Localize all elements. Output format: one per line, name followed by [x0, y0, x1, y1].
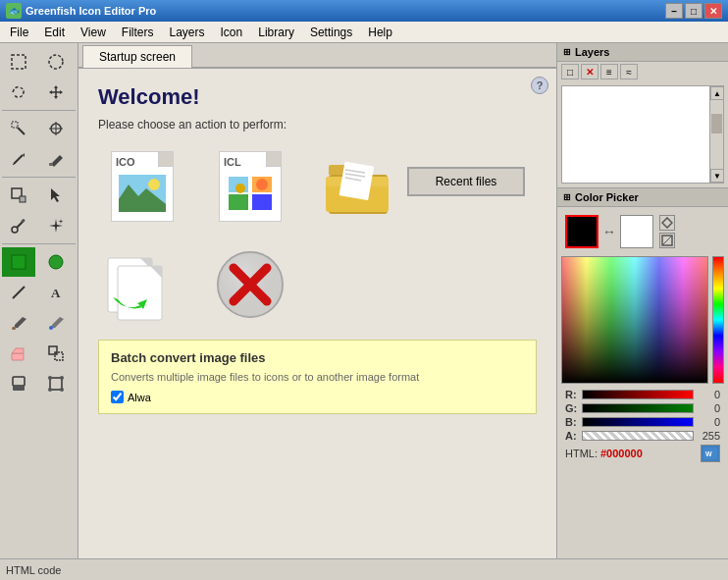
color-picker-header[interactable]: ⊞ Color Picker [557, 188, 728, 207]
swatch-btn-1[interactable] [659, 215, 675, 231]
icl-file-icon: ICL [219, 151, 282, 222]
action-close[interactable] [206, 245, 294, 324]
app-icon: 🐟 [6, 3, 22, 19]
tool-crosshair[interactable] [39, 114, 73, 143]
layers-new-btn[interactable]: □ [561, 64, 579, 79]
batch-info: Batch convert image files Converts multi… [98, 340, 537, 414]
scroll-down-arrow[interactable]: ▼ [710, 169, 724, 183]
tool-transform[interactable] [2, 181, 35, 210]
html-picker-btn[interactable]: W [701, 445, 720, 462]
tool-lasso[interactable] [2, 78, 35, 107]
action-new-ico[interactable]: ICO [98, 147, 186, 226]
foreground-swatch[interactable] [565, 215, 598, 248]
layers-delete-btn[interactable]: ✕ [581, 64, 598, 79]
tool-fill[interactable] [39, 144, 73, 174]
menu-icon[interactable]: Icon [213, 24, 251, 41]
alpha-slider[interactable] [582, 431, 694, 441]
menu-layers[interactable]: Layers [162, 24, 213, 41]
color-gradient[interactable] [561, 256, 708, 384]
right-panel: ⊞ Layers □ ✕ ≡ ≈ ▲ ▼ ⊞ Color Picker [556, 43, 728, 558]
icl-image [227, 174, 274, 213]
tool-magic-wand[interactable] [2, 114, 35, 143]
action-open-folder[interactable] [314, 147, 402, 226]
tool-transform2[interactable] [39, 369, 73, 398]
color-picker-expand-icon: ⊞ [563, 192, 571, 202]
layers-merge-btn[interactable]: ≡ [600, 64, 618, 79]
menu-view[interactable]: View [73, 24, 114, 41]
batch-checkbox-row: Alwa [111, 391, 524, 403]
help-icon[interactable]: ? [531, 77, 548, 94]
red-value: 0 [697, 389, 720, 400]
tool-pointer[interactable] [39, 181, 73, 210]
green-value: 0 [697, 402, 720, 414]
menu-help[interactable]: Help [360, 24, 400, 41]
tool-eyedropper[interactable] [2, 211, 35, 240]
menu-file[interactable]: File [2, 24, 36, 41]
svg-marker-2 [54, 85, 58, 88]
tool-move[interactable] [39, 78, 73, 107]
tool-brush[interactable] [2, 308, 35, 338]
svg-rect-36 [13, 377, 25, 386]
menu-library[interactable]: Library [250, 24, 302, 41]
menu-filters[interactable]: Filters [114, 24, 162, 41]
red-channel-row: R: 0 [561, 388, 724, 401]
swap-icon[interactable]: ↔ [602, 224, 616, 239]
html-label: HTML: [565, 448, 597, 459]
tab-startup[interactable]: Startup screen [82, 45, 192, 68]
action-new-copy[interactable] [98, 245, 186, 324]
red-label: R: [565, 389, 579, 400]
color-picker-title: Color Picker [575, 191, 639, 203]
tool-resize[interactable] [39, 339, 73, 368]
layers-header[interactable]: ⊞ Layers [557, 43, 728, 62]
scroll-up-arrow[interactable]: ▲ [710, 86, 724, 100]
svg-rect-37 [13, 386, 25, 391]
hue-slider[interactable] [712, 256, 724, 384]
svg-point-1 [49, 55, 63, 69]
ico-image [119, 174, 166, 213]
menu-settings[interactable]: Settings [302, 24, 360, 41]
red-slider[interactable] [582, 390, 694, 399]
copy-svg [103, 248, 182, 322]
close-icon-wrapper [211, 245, 289, 324]
svg-rect-32 [12, 353, 24, 360]
svg-marker-5 [60, 90, 63, 94]
tool-stamp[interactable] [2, 369, 35, 398]
tool-pencil[interactable] [2, 144, 35, 174]
tool-text[interactable]: A [39, 278, 73, 307]
tool-eraser[interactable] [2, 339, 35, 368]
background-swatch[interactable] [620, 215, 653, 248]
menubar: File Edit View Filters Layers Icon Libra… [0, 22, 728, 43]
tool-bg-color[interactable] [39, 247, 73, 277]
swatch-btn-2[interactable] [659, 233, 675, 248]
tool-paint[interactable] [39, 308, 73, 338]
html-value: #000000 [600, 448, 697, 459]
svg-rect-35 [55, 352, 63, 360]
maximize-button[interactable]: □ [685, 3, 702, 19]
svg-rect-19 [20, 196, 26, 202]
tool-select-ellipse[interactable] [39, 47, 73, 77]
tool-line[interactable] [2, 278, 35, 307]
minimize-button[interactable]: – [665, 3, 683, 19]
action-new-icl[interactable]: ICL [206, 147, 294, 226]
green-slider[interactable] [582, 403, 694, 413]
blue-slider[interactable] [582, 417, 694, 427]
tool-select-rect[interactable] [2, 47, 35, 77]
svg-marker-14 [23, 153, 25, 157]
menu-edit[interactable]: Edit [36, 24, 73, 41]
close-svg [214, 248, 287, 322]
batch-checkbox[interactable] [111, 391, 124, 403]
recent-files-button[interactable]: Recent files [407, 167, 525, 196]
alpha-channel-row: A: 255 [561, 429, 724, 443]
svg-point-39 [48, 376, 52, 380]
layers-options-btn[interactable]: ≈ [620, 64, 638, 79]
action-grid: ICO [98, 147, 537, 324]
svg-point-41 [48, 388, 52, 392]
close-button[interactable]: ✕ [704, 3, 722, 19]
layers-scrollbar[interactable]: ▲ ▼ [709, 86, 723, 183]
svg-point-31 [49, 326, 53, 330]
scroll-thumb[interactable] [711, 114, 722, 133]
svg-rect-0 [12, 55, 26, 69]
tool-fg-color[interactable] [2, 247, 35, 277]
tool-sparkle[interactable] [39, 211, 73, 240]
green-label: G: [565, 402, 579, 414]
